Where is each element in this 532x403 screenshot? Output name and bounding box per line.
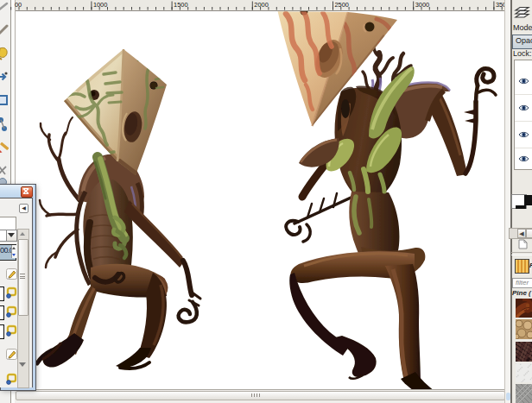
svg-text:2000: 2000 [254,1,268,9]
svg-text:1000: 1000 [93,1,107,9]
svg-text:2500: 2500 [335,1,349,9]
svg-text:3000: 3000 [415,1,429,9]
svg-text:00: 00 [15,1,22,9]
svg-text:1500: 1500 [174,1,187,9]
